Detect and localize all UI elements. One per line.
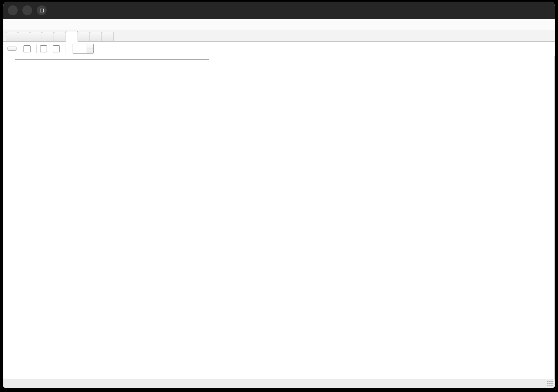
tab-caller-callee[interactable]	[30, 32, 42, 42]
tabbar	[3, 30, 555, 42]
heaptrack-window	[3, 2, 555, 388]
statusbar	[3, 379, 555, 388]
menu-file[interactable]	[9, 23, 17, 25]
chart-legend	[15, 59, 209, 60]
checkmark-icon	[53, 45, 60, 52]
menu-settings[interactable]	[24, 23, 31, 25]
chart-area	[3, 56, 555, 379]
menubar	[3, 19, 555, 30]
tab-allocations[interactable]	[78, 32, 90, 42]
menu-filter[interactable]	[17, 23, 24, 25]
stacked-diagrams-stepper[interactable]	[73, 44, 94, 54]
tab-consumed[interactable]	[66, 31, 78, 42]
show-detailed-cost-checkbox[interactable]	[53, 45, 62, 52]
show-legend-checkbox[interactable]	[24, 45, 33, 52]
maximize-icon	[40, 9, 44, 12]
tab-temporary-allocations[interactable]	[90, 32, 102, 42]
toolbar-separator	[20, 45, 20, 53]
maximize-button[interactable]	[37, 5, 47, 15]
toolbar	[3, 42, 555, 56]
checkmark-icon	[40, 45, 47, 52]
close-button[interactable]	[8, 5, 18, 15]
minimize-button[interactable]	[22, 5, 32, 15]
export-as-button[interactable]	[7, 47, 17, 51]
titlebar[interactable]	[3, 2, 555, 19]
consumption-chart[interactable]	[3, 56, 555, 379]
toolbar-separator	[36, 45, 37, 53]
tab-bottom-up[interactable]	[18, 32, 30, 42]
tab-sizes[interactable]	[102, 32, 114, 42]
spin-up-icon[interactable]	[87, 44, 93, 49]
tab-summary[interactable]	[6, 32, 18, 42]
stacked-diagrams-value[interactable]	[73, 44, 87, 54]
tab-top-down[interactable]	[42, 32, 54, 42]
toolbar-separator	[66, 45, 66, 53]
show-total-cost-checkbox[interactable]	[40, 45, 50, 52]
checkmark-icon	[24, 45, 31, 52]
tab-flame-graph[interactable]	[54, 32, 66, 42]
resize-grip[interactable]	[547, 380, 553, 387]
spin-down-icon[interactable]	[87, 49, 93, 54]
